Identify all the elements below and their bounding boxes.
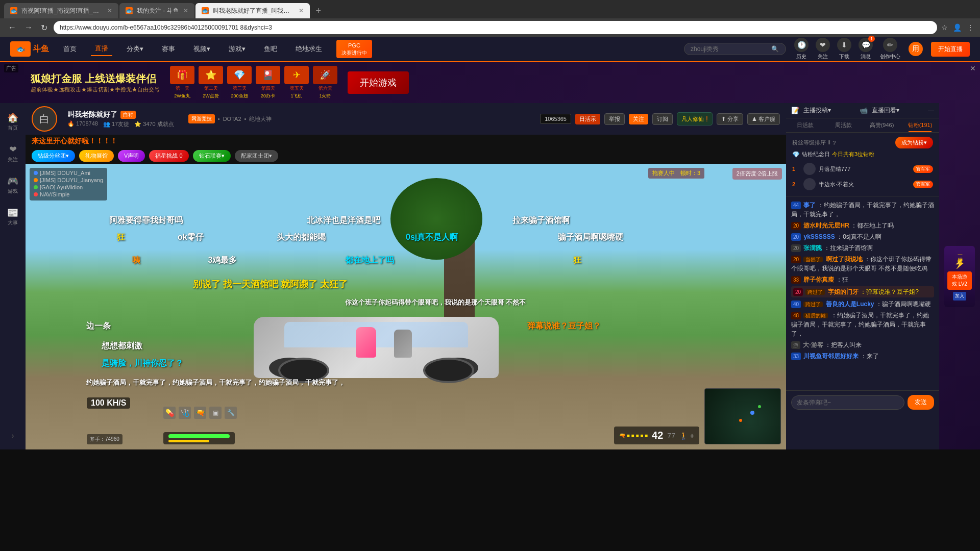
rank-num-2: 2 xyxy=(792,181,800,187)
sidebar-follow-label: 关注 xyxy=(8,156,18,163)
rank-badge-2: 官军军 xyxy=(913,181,933,188)
sidebar-item-news[interactable]: 📰 大事 xyxy=(0,203,26,231)
nav-fish-bar[interactable]: 鱼吧 xyxy=(260,42,281,56)
user-avatar[interactable]: 用 xyxy=(909,42,923,56)
ctrl-gift-btn[interactable]: 礼物展馆 xyxy=(79,150,114,162)
start-live-button[interactable]: 开始直播 xyxy=(931,42,970,57)
msg7-level: 20 xyxy=(793,288,803,296)
nav-category[interactable]: 分类▾ xyxy=(122,42,148,56)
nav-home[interactable]: 首页 xyxy=(59,42,81,56)
fan-rank-2: 2 半边水·不着火 官军军 xyxy=(792,177,933,192)
address-bar[interactable]: https://www.douyu.com/b-e6567aa10b9c3298… xyxy=(54,21,937,34)
forward-button[interactable]: → xyxy=(22,21,35,34)
send-button[interactable]: 发送 xyxy=(908,395,934,410)
sidebar-item-follow[interactable]: ❤ 关注 xyxy=(0,140,26,167)
tab-2[interactable]: 🐟 我的关注 - 斗鱼 ✕ xyxy=(119,3,194,18)
ctrl-fan-btn[interactable]: 钻级分丝团▾ xyxy=(32,150,75,162)
browser-chrome: 🐟 南视阿!直播_南视阿!直播_南视... ✕ 🐟 我的关注 - 斗鱼 ✕ 🐟 … xyxy=(0,0,980,37)
panel-replay-title[interactable]: 直播回看▾ xyxy=(872,106,924,115)
fan-tier-help[interactable]: ? xyxy=(832,140,836,146)
pgc-button[interactable]: PGC 决赛进行中 xyxy=(336,40,372,58)
sidebar-item-home[interactable]: 🏠 首页 xyxy=(0,108,26,136)
tab-3-close[interactable]: ✕ xyxy=(299,7,304,14)
follow-btn[interactable]: ❤ 关注 xyxy=(816,38,830,60)
streamer-verified-name: 叫我老陈就好了 xyxy=(67,110,117,119)
tab-weekly[interactable]: 周活款 xyxy=(824,118,863,132)
sidebar-news-label: 大事 xyxy=(8,219,18,227)
sidebar-expand-btn[interactable]: › xyxy=(7,427,18,444)
search-input[interactable] xyxy=(691,45,767,53)
ctrl-challenge-btn[interactable]: 福星挑战 0 xyxy=(149,150,188,162)
reload-button[interactable]: ↻ xyxy=(39,21,50,35)
bookmark-icon[interactable]: ☆ xyxy=(941,23,948,32)
right-ad-cta[interactable]: 本场游戏 LV2 xyxy=(947,271,972,290)
nav-pubg[interactable]: 绝地求生 xyxy=(291,42,326,56)
density-indicator: 2倍密度·2倍上限 xyxy=(732,168,782,180)
message-badge: 1 xyxy=(868,36,875,42)
message-btn[interactable]: 💬 1 消息 xyxy=(859,38,873,60)
nav-video[interactable]: 视频▾ xyxy=(189,42,214,56)
msg1-level: 44 xyxy=(791,202,801,209)
ad-label: 广告 xyxy=(4,64,18,72)
team-member-1: [JIMS] DOUYU_Ami xyxy=(34,170,103,176)
search-bar[interactable]: 🔍 xyxy=(684,43,786,55)
tab-likes[interactable]: 高赞(946) xyxy=(863,118,901,132)
nav-live[interactable]: 直播 xyxy=(91,42,112,56)
rank-avatar-1 xyxy=(803,163,816,175)
report-button[interactable]: 举报 xyxy=(604,113,625,125)
kill-zone-indicator: 拖赛人中 顿时：3 xyxy=(648,168,704,179)
heart-icon: ❤ xyxy=(816,38,830,52)
stream-title-text: 来这里开心就好啦！！！！ xyxy=(32,137,117,146)
team-dot-2 xyxy=(34,178,38,182)
search-icon[interactable]: 🔍 xyxy=(771,45,779,53)
ctrl-voice-btn[interactable]: V声明 xyxy=(118,150,145,162)
panel-collapse-icon[interactable]: — xyxy=(928,107,934,114)
tab-2-close[interactable]: ✕ xyxy=(183,7,188,14)
tab-3[interactable]: 🐟 叫我老陈就好了直播_叫我老陈就好... ✕ xyxy=(195,3,310,18)
chat-input[interactable] xyxy=(791,395,904,410)
ammo-hud: 🔫 ■ ■ ■ ■ ■ 42 77 🚶 + xyxy=(614,427,699,444)
reward-3: 💎 第三天 200鱼翅 xyxy=(227,66,252,99)
settings-icon[interactable]: ⋮ xyxy=(967,23,974,32)
nav-matches[interactable]: 赛事 xyxy=(158,42,179,56)
ctrl-league-btn[interactable]: 钻石联赛▾ xyxy=(193,150,231,162)
new-tab-button[interactable]: + xyxy=(311,3,326,18)
streamer-badge: 白衬 xyxy=(120,111,136,119)
tab-1[interactable]: 🐟 南视阿!直播_南视阿!直播_南视... ✕ xyxy=(4,3,118,18)
panel-post-title[interactable]: 主播投稿▾ xyxy=(803,106,855,115)
tab-3-title: 叫我老陈就好了直播_叫我老陈就好... xyxy=(213,7,295,15)
character-2 xyxy=(394,330,412,358)
separator2: • xyxy=(244,116,247,122)
share-button[interactable]: ⬆ 分享 xyxy=(717,113,743,125)
profile-icon[interactable]: 👤 xyxy=(953,23,962,32)
back-button[interactable]: ← xyxy=(6,21,18,34)
banner-close-button[interactable]: ✕ xyxy=(970,64,976,72)
streamer-follow-count: 👥 17友徒 xyxy=(103,120,129,128)
msg8-level: 40 xyxy=(791,300,801,308)
subscribe-button[interactable]: 订阅 xyxy=(652,113,673,125)
tab-1-favicon: 🐟 xyxy=(10,7,17,14)
nav-games[interactable]: 游戏▾ xyxy=(225,42,250,56)
msg4-user: 张满隗 xyxy=(803,244,822,252)
customer-button[interactable]: ♟ 客户服 xyxy=(747,113,780,125)
tab-1-close[interactable]: ✕ xyxy=(107,7,112,14)
create-btn[interactable]: ✏ 创作中心 xyxy=(880,38,900,60)
tab-diamond-fans[interactable]: 钻粉(191) xyxy=(901,118,939,132)
msg11-level: 33 xyxy=(791,353,801,360)
chat-messages: 44 事了 ：约她骗子酒局，干就完事了，约她骗子酒局，干就完事了， 20 游水时… xyxy=(786,196,939,390)
sidebar-item-games[interactable]: 🎮 游戏 xyxy=(0,171,26,199)
download-btn[interactable]: ⬇ 下载 xyxy=(837,38,851,60)
ctrl-team-btn[interactable]: 配家团士团▾ xyxy=(235,150,278,162)
follow-streamer-button[interactable]: 关注 xyxy=(629,114,648,124)
right-ad-join-btn[interactable]: 加入 xyxy=(953,292,966,300)
become-fan-button[interactable]: 成为钻粉▾ xyxy=(895,137,933,148)
minimap-dot-1 xyxy=(739,419,742,422)
site-logo[interactable]: 🐟 斗鱼 xyxy=(10,41,49,57)
msg3-user: ykSSSSSS xyxy=(803,233,835,240)
msg9-tag: 猫后的鲶 xyxy=(803,313,828,318)
banner-cta-button[interactable]: 开始游戏 xyxy=(348,71,409,94)
history-btn[interactable]: 🕐 历史 xyxy=(794,38,808,60)
msg11-text: ：来了 xyxy=(861,353,879,360)
content-layout: 🏠 首页 ❤ 关注 🎮 游戏 📰 大事 › 白 叫我老陈就好了 白衬 xyxy=(0,103,980,449)
tab-daily[interactable]: 日活款 xyxy=(786,118,824,132)
